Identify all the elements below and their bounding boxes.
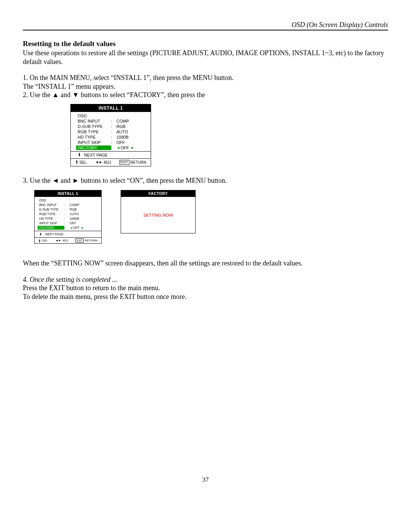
footer2-adj: ADJ. xyxy=(62,239,69,242)
step-1-line-1: 1. On the MAIN MENU, select “INSTALL 1”,… xyxy=(23,73,388,82)
osd2-hd-value: 1080B xyxy=(70,217,79,220)
right-triangle-icon: ► xyxy=(72,177,79,184)
footer2-return: RETURN xyxy=(85,239,97,242)
right-arrow-icon-2: ► xyxy=(81,226,84,230)
osd2-bnc-label: BNC INPUT xyxy=(39,203,64,207)
page-header: OSD (On Screen Display) Controls xyxy=(292,21,388,29)
osd-menu-install1-large: INSTALL 1 OSD BNC INPUT:COMP D-SUB TYPE:… xyxy=(70,104,151,166)
exit-icon-2: EXIT xyxy=(75,238,84,243)
osd2-factory-label: FACTORY xyxy=(38,226,64,230)
step-3-pre: 3. Use the xyxy=(23,177,52,184)
osd-next-page-label: NEXT PAGE xyxy=(84,153,108,157)
osd2-dsub-value: RGB xyxy=(70,208,76,211)
osd-item-rgb-label: RGB TYPE xyxy=(78,129,111,134)
left-triangle-icon: ◄ xyxy=(52,177,59,184)
footer-sel: SEL. xyxy=(80,160,88,165)
right-arrow-icon: ► xyxy=(131,145,134,150)
left-arrow-icon: ◄ xyxy=(116,145,120,150)
osd-item-rgb-value: AUTO xyxy=(116,129,128,134)
osd2-item-osd: OSD xyxy=(39,198,64,202)
osd-item-factory-label: FACTORY xyxy=(76,145,111,150)
step-2-post: buttons to select “FACTORY”, then press … xyxy=(79,91,205,99)
osd-menu-install1-small: INSTALL 1 OSD BNC INPUT:COMP D-SUB TYPE:… xyxy=(34,190,102,244)
osd2-factory-value: OFF xyxy=(73,226,80,230)
down-arrow-icon: ⬇ xyxy=(78,153,81,157)
updown-icon-2: ▲▼ xyxy=(38,239,41,243)
osd2-rgb-value: AUTO xyxy=(70,212,78,216)
osd2-dsub-label: D-SUB TYPE xyxy=(39,208,64,211)
osd-item-hd-value: 1080B xyxy=(116,135,129,139)
updown-icon: ▲▼ xyxy=(75,160,78,165)
osd2-factory-row: FACTORY :◄OFF► xyxy=(35,225,101,230)
page-number: 37 xyxy=(23,476,388,484)
osd-item-skip-label: INPUT SKIP xyxy=(78,140,111,145)
osd2-hd-label: HD TYPE xyxy=(39,217,64,220)
factory-title: FACTORY xyxy=(121,190,195,197)
step-3-and: and xyxy=(59,177,72,184)
osd-menu-factory: FACTORY SETTING NOW xyxy=(121,190,196,233)
footer2-sel: SEL. xyxy=(42,239,49,242)
osd-item-dsub-label: D-SUB TYPE xyxy=(78,124,111,129)
osd-item-factory-row: FACTORY :◄OFF► xyxy=(71,145,151,150)
step-3: 3. Use the ◄ and ► buttons to select “ON… xyxy=(23,176,388,185)
intro-paragraph: Use these operations to restore all the … xyxy=(23,49,388,66)
footer-return: RETURN xyxy=(131,160,147,165)
osd-item-bnc-label: BNC INPUT xyxy=(78,119,111,123)
osd-item-factory-value: OFF xyxy=(121,145,129,150)
down-triangle-icon: ▼ xyxy=(72,91,79,99)
osd-footer: ▲▼SEL. ◄►ADJ. EXITRETURN xyxy=(71,158,151,166)
step-3-post: buttons to select “ON”, then press the M… xyxy=(79,177,227,184)
when-text: When the “SETTING NOW” screen disappears… xyxy=(23,259,388,268)
step-1-line-2: The “INSTALL 1” menu appears. xyxy=(23,82,388,91)
footer-adj: ADJ. xyxy=(104,160,112,165)
osd-next-page-row: ⬇NEXT PAGE xyxy=(71,152,151,158)
osd2-bnc-value: COMP xyxy=(70,203,80,207)
step-4-heading: 4. Once the setting is completed ... xyxy=(23,275,388,284)
left-arrow-icon-2: ◄ xyxy=(70,226,73,230)
header-rule xyxy=(23,30,388,30)
up-triangle-icon: ▲ xyxy=(52,91,59,99)
osd2-skip-label: INPUT SKIP xyxy=(39,221,64,225)
osd-item-skip-value: OFF xyxy=(116,140,125,145)
section-heading: Resetting to the default values xyxy=(23,40,388,48)
setting-now-text: SETTING NOW xyxy=(143,213,173,217)
leftright-icon-2: ◄► xyxy=(55,239,61,242)
leftright-icon: ◄► xyxy=(95,160,103,164)
osd-item-hd-label: HD TYPE xyxy=(78,135,111,139)
step-4-line-a: Press the EXIT button to return to the m… xyxy=(23,284,388,292)
osd2-next-page: NEXT PAGE xyxy=(45,232,64,236)
step-2: 2. Use the ▲ and ▼ buttons to select “FA… xyxy=(23,91,388,99)
osd2-rgb-label: RGB TYPE xyxy=(39,212,64,216)
osd-item-bnc-value: COMP xyxy=(116,119,129,123)
step-2-pre: 2. Use the xyxy=(23,91,52,99)
step-2-and: and xyxy=(59,91,72,99)
osd-item-dsub-value: RGB xyxy=(116,124,126,129)
osd-item-osd: OSD xyxy=(78,113,111,118)
exit-icon: EXIT xyxy=(119,160,129,165)
down-arrow-icon-2: ⬇ xyxy=(39,233,42,236)
step-4-line-b: To delete the main menu, press the EXIT … xyxy=(23,292,388,301)
osd-menu-title: INSTALL 1 xyxy=(71,104,151,112)
osd2-skip-value: OFF xyxy=(70,221,76,225)
osd-menu-title-small: INSTALL 1 xyxy=(35,190,101,197)
